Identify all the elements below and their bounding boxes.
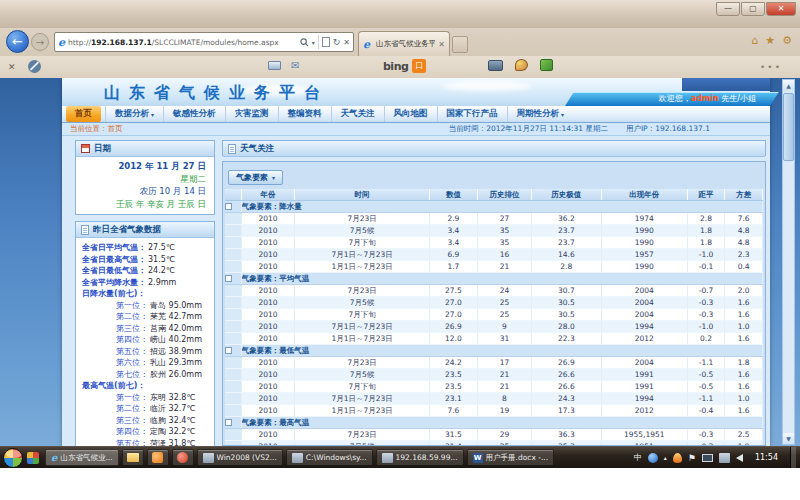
rank-label: 第一位： <box>116 393 148 402</box>
toolbar-close-icon[interactable]: ✕ <box>8 62 16 72</box>
table-cell: 7月1日～7月23日 <box>295 393 429 405</box>
stop-icon[interactable]: ✕ <box>343 38 350 47</box>
scrollbar-thumb[interactable] <box>783 93 794 161</box>
divider <box>318 35 319 49</box>
nav-tab-国家下行产品[interactable]: 国家下行产品 <box>437 106 507 122</box>
tray-flame-icon[interactable] <box>673 453 682 463</box>
taskbar-app-orange-button[interactable] <box>147 449 169 466</box>
quick-launch-icon[interactable] <box>27 452 39 464</box>
table-cell: 7.6 <box>429 405 477 417</box>
show-desktop-button[interactable] <box>790 447 796 469</box>
nav-tab-数据分析[interactable]: 数据分析▾ <box>105 106 163 122</box>
new-tab-button[interactable] <box>452 36 468 53</box>
palette-icon[interactable] <box>515 59 528 71</box>
rank-value: 菏泽 31.8℃ <box>150 439 195 447</box>
camera-icon[interactable] <box>488 60 503 71</box>
desktop-screen: — ▢ ✕ ← → e http://192.168.137.1/SLCCLIM… <box>0 0 800 500</box>
browser-forward-button[interactable]: → <box>31 33 49 51</box>
search-box-icon[interactable]: 口 <box>412 59 426 73</box>
page-scrollbar[interactable]: ▲ ▼ <box>782 79 795 445</box>
nav-tab-周期性分析[interactable]: 周期性分析▾ <box>507 106 574 122</box>
scroll-down-arrow-icon[interactable]: ▼ <box>783 433 794 444</box>
nav-tab-整编资料[interactable]: 整编资料 <box>278 106 331 122</box>
column-header: 历史排位 <box>478 189 532 201</box>
taskbar-clock[interactable]: 11:54 <box>749 453 784 462</box>
row-checkbox-cell <box>225 405 241 417</box>
taskbar-window-button[interactable]: C:\Windows\sy... <box>286 449 373 466</box>
section-checkbox-cell <box>225 273 241 285</box>
tab-close-icon[interactable]: ✕ <box>438 40 445 49</box>
taskbar-button-label: C:\Windows\sy... <box>306 453 367 462</box>
nav-tab-风向地图[interactable]: 风向地图 <box>384 106 437 122</box>
element-filter-button[interactable]: 气象要素 ▾ <box>228 170 283 185</box>
table-cell: 7月1日～7月23日 <box>295 321 429 333</box>
nav-tab-天气关注[interactable]: 天气关注 <box>331 106 384 122</box>
mail-envelope-icon[interactable]: ✉ <box>291 60 299 71</box>
search-icon[interactable] <box>300 38 309 47</box>
search-logo[interactable]: bing 口 <box>383 59 426 73</box>
addon-puzzle-icon[interactable] <box>540 59 553 71</box>
display-icon[interactable] <box>702 454 713 462</box>
nav-tab-敏感性分析[interactable]: 敏感性分析 <box>163 106 225 122</box>
tools-gear-icon[interactable]: ⚙ <box>782 34 792 47</box>
taskbar-ie-button[interactable]: e 山东省气候业... <box>45 449 119 466</box>
address-url[interactable]: http://192.168.137.1/SLCCLIMATE/modules/… <box>68 38 300 47</box>
window-close-button[interactable]: ✕ <box>766 2 796 16</box>
browser-tab[interactable]: e 山东省气候业务平... ✕ <box>358 31 450 56</box>
table-cell: 7月23日 <box>295 357 429 369</box>
section-checkbox[interactable] <box>225 419 232 426</box>
address-bar[interactable]: e http://192.168.137.1/SLCCLIMATE/module… <box>54 32 354 52</box>
table-cell: 9 <box>478 321 532 333</box>
taskbar-app-red-button[interactable] <box>172 449 194 466</box>
start-button[interactable] <box>3 448 23 468</box>
favorites-star-icon[interactable]: ★ <box>765 34 775 47</box>
table-cell: 3.4 <box>429 225 477 237</box>
bank-card-icon[interactable] <box>268 61 281 70</box>
table-cell: 19 <box>478 405 532 417</box>
section-checkbox[interactable] <box>225 347 232 354</box>
taskbar-window-button[interactable]: Win2008 (VS2... <box>197 449 283 466</box>
volume-icon[interactable] <box>736 454 743 462</box>
browser-back-button[interactable]: ← <box>6 30 29 53</box>
compatibility-view-icon[interactable] <box>322 37 330 47</box>
refresh-icon[interactable]: ↻ <box>333 37 341 47</box>
tray-blue-orb-icon[interactable] <box>648 453 658 463</box>
section-checkbox[interactable] <box>225 203 232 210</box>
nav-tab-首页[interactable]: 首页 <box>66 106 101 122</box>
home-icon[interactable]: ⌂ <box>751 34 758 47</box>
table-cell: 1.6 <box>725 405 763 417</box>
network-icon[interactable] <box>719 453 730 463</box>
show-hidden-icons-arrow[interactable]: ▴ <box>664 454 667 461</box>
scroll-up-arrow-icon[interactable]: ▲ <box>783 80 794 91</box>
section-checkbox-cell <box>225 201 241 213</box>
row-checkbox-cell <box>225 285 241 297</box>
taskbar-explorer-button[interactable] <box>122 449 144 466</box>
blocked-badge-icon[interactable] <box>28 60 41 73</box>
table-cell: 27 <box>478 213 532 225</box>
window-minimize-button[interactable]: — <box>716 2 740 16</box>
table-cell: 36.2 <box>531 213 601 225</box>
tab-favicon: e <box>363 38 370 51</box>
section-checkbox[interactable] <box>225 275 232 282</box>
taskbar-window-button[interactable]: 192.168.59.99... <box>376 449 464 466</box>
table-cell: 23.1 <box>429 393 477 405</box>
more-options-icon[interactable]: ••• <box>760 62 782 72</box>
browser-viewport: 山东省气候业务平台 欢迎您，admin 先生/小姐 首页数据分析▾敏感性分析灾害… <box>0 78 800 446</box>
date-panel-title: 日期 <box>94 143 111 155</box>
nav-tab-灾害监测[interactable]: 灾害监测 <box>225 106 278 122</box>
action-center-flag-icon[interactable]: ⚑ <box>688 453 696 463</box>
table-cell: 23.5 <box>429 381 477 393</box>
taskbar-window-button[interactable]: W用户手册.docx -... <box>467 449 555 466</box>
window-maximize-button[interactable]: ▢ <box>741 2 765 16</box>
weather-data-table: 年份时间数值历史排位历史极值出现年份距平方差气象要素：降水量20107月23日2… <box>225 189 763 446</box>
document-icon <box>228 144 236 154</box>
table-cell: 36.3 <box>531 429 601 441</box>
column-header: 历史极值 <box>531 189 601 201</box>
table-cell: -0.1 <box>687 261 725 273</box>
table-cell: 2004 <box>601 297 687 309</box>
ranking-line: 第一位：东明 32.8℃ <box>82 392 210 404</box>
taskbar: e 山东省气候业... Win2008 (VS2...C:\Windows\sy… <box>0 446 800 468</box>
language-indicator[interactable]: 中 <box>634 452 642 463</box>
table-cell: -1.0 <box>687 321 725 333</box>
search-dropdown-icon[interactable]: ▾ <box>312 39 315 46</box>
